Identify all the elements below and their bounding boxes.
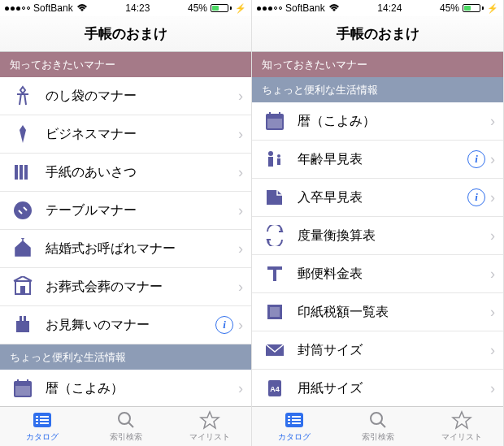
row-label: のし袋のマナー (46, 88, 238, 105)
info-icon[interactable]: i (467, 188, 485, 206)
tab-mylist[interactable]: マイリスト (167, 407, 251, 446)
tab-catalog[interactable]: カタログ (0, 407, 84, 446)
list-row[interactable]: 手紙のあいさつ› (0, 154, 251, 192)
chevron-right-icon: › (490, 380, 495, 397)
list-content[interactable]: 知っておきたいマナー のし袋のマナー› ビジネスマナー› 手紙のあいさつ› テー… (0, 52, 251, 406)
chevron-right-icon: › (490, 304, 495, 321)
list-row[interactable]: テーブルマナー› (0, 192, 251, 230)
row-label: ビジネスマナー (46, 126, 238, 143)
row-label: テーブルマナー (46, 202, 238, 219)
svg-rect-34 (267, 266, 282, 270)
list-row[interactable]: 暦（こよみ）› (0, 370, 251, 406)
svg-point-32 (277, 154, 280, 158)
svg-rect-43 (292, 416, 301, 418)
list-row[interactable]: お見舞いのマナーi› (0, 306, 251, 344)
list-content[interactable]: 知っておきたいマナー ちょっと便利な生活情報 暦（こよみ）› 年齢早見表i› 入… (252, 52, 503, 406)
charging-icon: ⚡ (487, 3, 498, 14)
carrier-label: SoftBank (285, 2, 325, 14)
svg-rect-20 (36, 419, 38, 421)
chevron-right-icon: › (490, 342, 495, 359)
svg-rect-22 (36, 422, 38, 424)
signal-dots-icon (5, 6, 30, 11)
row-label: 暦（こよみ） (46, 380, 238, 397)
list-row[interactable]: 年齢早見表i› (252, 141, 503, 179)
page-title: 手帳のおまけ (337, 24, 419, 43)
list-row[interactable]: 度量衡換算表› (252, 217, 503, 255)
tab-search[interactable]: 索引検索 (84, 407, 167, 446)
info-icon[interactable]: i (467, 150, 485, 168)
svg-point-24 (119, 413, 130, 424)
row-label: 封筒サイズ (298, 342, 490, 359)
wedding-icon (11, 237, 34, 260)
tab-label: カタログ (26, 431, 59, 443)
tab-mylist[interactable]: マイリスト (419, 407, 503, 446)
charging-icon: ⚡ (235, 3, 246, 14)
list-row[interactable]: ビジネスマナー› (0, 115, 251, 154)
svg-rect-5 (20, 286, 25, 294)
signal-dots-icon (257, 6, 282, 11)
svg-rect-8 (24, 316, 26, 321)
svg-rect-42 (288, 416, 290, 418)
status-bar: SoftBank 14:24 45% ⚡ (252, 0, 503, 16)
star-icon (451, 410, 472, 430)
list-icon (32, 410, 53, 430)
svg-point-48 (371, 413, 382, 424)
svg-rect-33 (277, 158, 280, 165)
list-row[interactable]: 印紙税額一覧表› (252, 293, 503, 331)
list-row[interactable]: 郵便料金表› (252, 255, 503, 293)
chevron-right-icon: › (490, 227, 495, 245)
clock-label: 14:24 (377, 2, 402, 14)
section-header-life: ちょっと便利な生活情報 (0, 344, 251, 370)
envelope-icon (263, 339, 286, 362)
search-icon (367, 410, 389, 430)
tab-search[interactable]: 索引検索 (336, 407, 419, 446)
battery-icon (463, 4, 484, 12)
business-icon (11, 123, 34, 145)
chevron-right-icon: › (238, 317, 243, 334)
battery-percent: 45% (440, 2, 459, 14)
row-label: 年齢早見表 (298, 151, 467, 168)
svg-rect-44 (288, 419, 290, 421)
tab-catalog[interactable]: カタログ (252, 407, 336, 446)
list-row[interactable]: A4用紙サイズ› (252, 370, 503, 406)
list-row[interactable]: お葬式会葬のマナー› (0, 268, 251, 306)
section-header-manner: 知っておきたいマナー (0, 52, 251, 77)
list-row[interactable]: 封筒サイズ› (252, 331, 503, 370)
noshi-icon (11, 84, 34, 107)
svg-rect-46 (288, 422, 290, 424)
postal-icon (263, 262, 286, 285)
svg-point-3 (14, 201, 32, 219)
svg-rect-23 (40, 422, 49, 424)
list-row[interactable]: 結婚式お呼ばれマナー› (0, 230, 251, 268)
chevron-right-icon: › (490, 151, 495, 168)
svg-line-25 (128, 422, 133, 427)
list-row[interactable]: 入卒早見表i› (252, 179, 503, 217)
tab-bar: カタログ 索引検索 マイリスト (252, 406, 503, 446)
chevron-right-icon: › (238, 202, 243, 219)
calendar-icon (263, 110, 286, 132)
row-label: 手紙のあいさつ (46, 164, 238, 181)
chevron-right-icon: › (238, 279, 243, 296)
chevron-right-icon: › (490, 113, 495, 130)
tab-label: 索引検索 (110, 431, 142, 443)
svg-rect-21 (40, 419, 49, 421)
chevron-right-icon: › (238, 380, 243, 397)
calendar-icon (11, 377, 34, 400)
info-icon[interactable]: i (215, 316, 233, 334)
tab-label: マイリスト (441, 431, 482, 443)
svg-rect-0 (15, 165, 18, 180)
section-header-life: ちょっと便利な生活情報 (252, 77, 503, 102)
section-header-manner: 知っておきたいマナー (252, 52, 503, 77)
carrier-label: SoftBank (33, 2, 73, 14)
list-row[interactable]: のし袋のマナー› (0, 77, 251, 115)
chevron-right-icon: › (490, 266, 495, 283)
list-icon (284, 410, 305, 430)
svg-rect-31 (268, 157, 273, 167)
svg-rect-47 (292, 422, 301, 424)
row-label: 印紙税額一覧表 (298, 304, 490, 321)
svg-rect-35 (273, 270, 276, 281)
chevron-right-icon: › (238, 126, 243, 143)
convert-icon (263, 224, 286, 247)
battery-percent: 45% (188, 2, 207, 14)
list-row[interactable]: 暦（こよみ）› (252, 102, 503, 141)
